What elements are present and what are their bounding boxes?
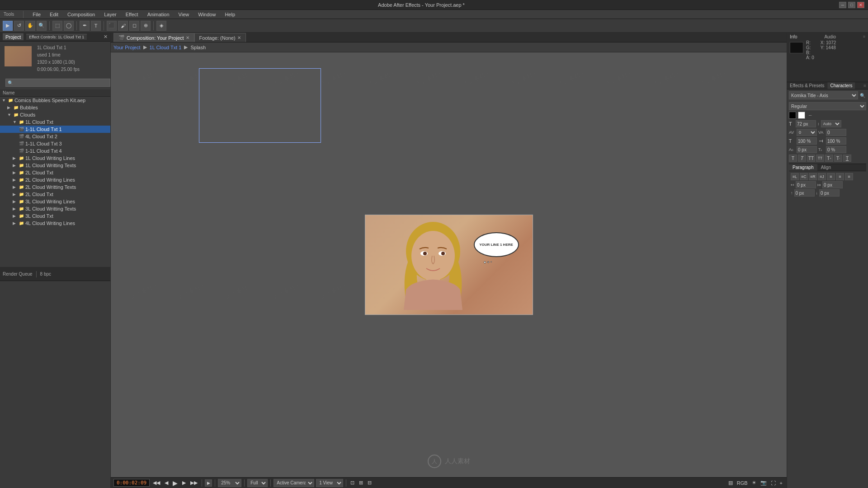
space-after-input[interactable] xyxy=(819,189,840,197)
effects-presets-tab[interactable]: Effects & Presets xyxy=(787,82,828,89)
format-caps[interactable]: TT xyxy=(807,155,815,162)
tree-1l-txt3[interactable]: 🎬 1-1L Cloud Txt 3 xyxy=(0,140,110,147)
font-select[interactable]: Komika Title - Axis xyxy=(789,91,858,99)
tree-3l-cloud[interactable]: ▶ 📁 3L Cloud Txt xyxy=(0,212,110,220)
time-display[interactable]: 0:00:02:09 xyxy=(113,479,150,487)
options-btn[interactable]: + xyxy=(778,480,784,486)
align-left[interactable]: ≡L xyxy=(791,173,799,180)
transparency-btn[interactable]: ⊡ xyxy=(349,479,356,486)
comp-tab-main[interactable]: 🎬 Composition: Your Project ✕ xyxy=(113,33,194,42)
view-dropdown[interactable]: 1 View 2 Views xyxy=(316,479,343,487)
kerning-dropdown[interactable]: 0 xyxy=(797,129,817,136)
vscale-input[interactable] xyxy=(826,137,846,145)
tree-2l-cloud2[interactable]: ▶ 📁 2L Cloud Txt xyxy=(0,191,110,198)
format-smallcaps[interactable]: TT xyxy=(816,155,824,162)
format-underline[interactable]: T xyxy=(843,155,851,162)
hscale-input[interactable] xyxy=(797,137,817,145)
snapshot-btn[interactable]: 📷 xyxy=(759,479,768,486)
leading-dropdown[interactable]: Auto xyxy=(821,120,841,127)
project-search-input[interactable] xyxy=(5,79,110,87)
format-italic[interactable]: T xyxy=(798,155,806,162)
font-search-icon[interactable]: 🔍 xyxy=(860,93,866,99)
resolution-dropdown[interactable]: Full Half xyxy=(247,479,268,487)
camera-dropdown[interactable]: Active Camera Top Left xyxy=(274,479,314,487)
tool-brush[interactable]: 🖌 xyxy=(118,21,128,31)
menu-window[interactable]: Window xyxy=(196,11,217,18)
space-before-input[interactable] xyxy=(794,189,815,197)
tree-root[interactable]: ▼ 📁 Comics Bubbles Speech Kit.aep xyxy=(0,97,110,104)
comp-tab-close[interactable]: ✕ xyxy=(186,35,189,40)
tool-text[interactable]: T xyxy=(91,21,101,31)
tree-clouds[interactable]: ▼ 📁 Clouds xyxy=(0,111,110,118)
tracking-input[interactable] xyxy=(826,129,846,136)
channel-btn[interactable]: RGB xyxy=(736,480,749,486)
tool-mask-rect[interactable]: ⬚ xyxy=(52,21,62,31)
minimize-button[interactable]: ─ xyxy=(839,2,846,8)
zoom-dropdown[interactable]: 25% 50% 100% xyxy=(218,479,241,487)
tool-stamp[interactable]: ⊕ xyxy=(141,21,151,31)
menu-view[interactable]: View xyxy=(177,11,191,18)
format-bold[interactable]: T xyxy=(789,155,797,162)
align-center[interactable]: ≡C xyxy=(800,173,808,180)
tool-select[interactable]: ▶ xyxy=(3,21,13,31)
tool-eraser[interactable]: ◻ xyxy=(129,21,139,31)
tool-puppet[interactable]: ◈ xyxy=(156,21,166,31)
align-tab[interactable]: Align xyxy=(817,164,835,171)
menu-composition[interactable]: Composition xyxy=(66,11,97,18)
menu-help[interactable]: Help xyxy=(223,11,237,18)
maximize-button[interactable]: □ xyxy=(848,2,855,8)
nav-breadcrumb-3[interactable]: Splash xyxy=(190,45,206,50)
fill-color[interactable] xyxy=(789,112,796,119)
baseline-input[interactable] xyxy=(797,146,817,153)
nav-breadcrumb-1[interactable]: Your Project xyxy=(113,45,141,50)
prev-frame-btn[interactable]: ◀◀ xyxy=(151,479,161,486)
step-back-btn[interactable]: ◀ xyxy=(163,479,170,486)
align-jl[interactable]: ≡ xyxy=(827,173,835,180)
window-controls[interactable]: ─ □ ✕ xyxy=(839,2,864,8)
align-justify[interactable]: ≡J xyxy=(818,173,826,180)
tab-project[interactable]: Project xyxy=(3,33,24,40)
menu-file[interactable]: File xyxy=(31,11,42,18)
tool-pen[interactable]: ✒ xyxy=(80,21,90,31)
menu-tools[interactable]: Tools xyxy=(2,11,16,18)
guides-btn[interactable]: ⊟ xyxy=(366,479,373,486)
close-button[interactable]: ✕ xyxy=(857,2,864,8)
nav-breadcrumb-2[interactable]: 1L Cloud Txt 1 xyxy=(150,45,182,50)
tool-mask-ellipse[interactable]: ◯ xyxy=(64,21,74,31)
tree-1l-txt1[interactable]: 🎬 1-1L Cloud Txt 1 xyxy=(0,126,110,133)
align-right[interactable]: ≡R xyxy=(809,173,817,180)
viewer-area[interactable]: 人人素材区 人人素材区 人人素材区 人人素材区 人人素材区 人人素材区 人人素材… xyxy=(111,52,787,477)
tree-1l-texts[interactable]: ▶ 📁 1L Cloud Writting Texts xyxy=(0,162,110,169)
style-select[interactable]: Regular Bold Italic xyxy=(789,102,866,110)
menu-animation[interactable]: Animation xyxy=(146,11,171,18)
align-jr[interactable]: ≡ xyxy=(836,173,844,180)
tree-2l-cloud[interactable]: ▶ 📁 2L Cloud Txt xyxy=(0,169,110,176)
play-pause-btn[interactable]: ▶ xyxy=(171,479,179,487)
stroke-color[interactable] xyxy=(798,112,805,119)
tool-zoom[interactable]: 🔍 xyxy=(37,21,47,31)
grid-btn[interactable]: ⊞ xyxy=(358,479,364,486)
fullscreen-btn[interactable]: ⛶ xyxy=(769,480,777,486)
tree-bubbles[interactable]: ▶ 📁 Bubbles xyxy=(0,104,110,111)
footage-tab[interactable]: Footage: (None) ✕ xyxy=(194,33,246,42)
tree-3l-lines[interactable]: ▶ 📁 3L Cloud Writing Lines xyxy=(0,198,110,205)
paragraph-tab[interactable]: Paragraph xyxy=(789,164,817,171)
audio-tab[interactable]: Audio xyxy=(824,34,836,39)
tree-1l-cloud[interactable]: ▼ 📁 1L Cloud Txt xyxy=(0,118,110,126)
close-panel-btn[interactable]: ✕ xyxy=(104,34,108,40)
footage-tab-close[interactable]: ✕ xyxy=(237,35,241,40)
tree-4l-txt2[interactable]: 🎬 4L Cloud Txt 2 xyxy=(0,133,110,140)
close-info[interactable]: ≡ xyxy=(863,34,865,39)
tree-3l-texts[interactable]: ▶ 📁 3L Cloud Writting Texts xyxy=(0,205,110,212)
tree-4l-lines[interactable]: ▶ 📁 4L Cloud Writing Lines xyxy=(0,220,110,227)
tool-hand[interactable]: ✋ xyxy=(25,21,35,31)
close-chars[interactable]: ≡ xyxy=(862,82,868,89)
tsn-input[interactable] xyxy=(826,146,846,153)
align-jf[interactable]: ≡ xyxy=(845,173,853,180)
font-size-input[interactable] xyxy=(796,120,816,127)
next-frame-btn[interactable]: ▶▶ xyxy=(189,479,199,486)
format-sub[interactable]: T- xyxy=(834,155,842,162)
menu-layer[interactable]: Layer xyxy=(102,11,118,18)
tree-1l-lines[interactable]: ▶ 📁 1L Cloud Writing Lines xyxy=(0,155,110,162)
tab-effect-controls[interactable]: Effect Controls: 1L Cloud Txt 1 xyxy=(26,34,87,40)
